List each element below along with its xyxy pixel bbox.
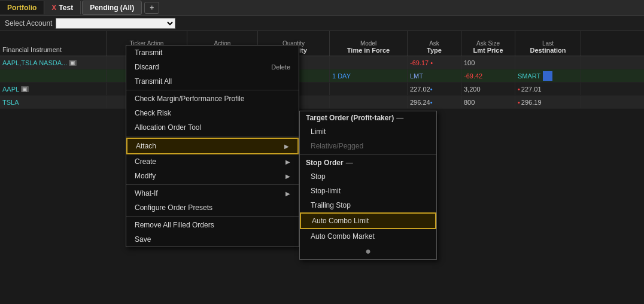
model-tif-header: Model Time in Force <box>330 31 408 56</box>
submenu-relative-pegged: Relative/Pegged <box>300 139 436 153</box>
asksize-cell: 100 <box>461 56 515 69</box>
tab-test-close[interactable]: X <box>51 4 56 12</box>
stop-order-header: Stop Order — <box>300 156 436 169</box>
whatif-arrow: ▶ <box>285 190 290 197</box>
test-label: Test <box>59 4 73 12</box>
fi-cell-aapl: AAPL ▣ <box>0 83 107 95</box>
menu-transmit-all[interactable]: Transmit All <box>126 74 299 89</box>
separator-2 <box>126 136 299 136</box>
ask-bottom-label: Type <box>427 47 442 56</box>
create-arrow: ▶ <box>285 159 290 165</box>
fi-cell: AAPL,TSLA NASDA... ▣ <box>0 56 107 69</box>
attach-arrow: ▶ <box>284 143 289 150</box>
ask-cell: -69.17 • <box>408 56 461 69</box>
ask-cell-buy: LMT <box>408 69 461 82</box>
table-row-tsla: TSLA 296.24 • 800 • 296.19 <box>0 96 644 109</box>
asksize-cell-aapl: 3,200 <box>461 83 515 95</box>
last-bottom-label: Destination <box>530 47 566 56</box>
separator-3 <box>126 184 299 185</box>
ask-header: Ask Type <box>408 31 461 56</box>
last-header: Last Destination <box>515 31 581 56</box>
menu-remove-filled[interactable]: Remove All Filled Orders <box>126 218 299 232</box>
account-select[interactable] <box>56 18 175 29</box>
menu-create[interactable]: Create ▶ <box>126 154 299 169</box>
menu-check-margin[interactable]: Check Margin/Performance Profile <box>126 92 299 106</box>
table-row-buy: BUY -69.24 1 DAY LMT -69.42 SMART <box>0 69 644 83</box>
ask-top-label: Ask <box>429 40 439 47</box>
tif-cell <box>330 56 408 69</box>
menu-whatif[interactable]: What-If ▶ <box>126 186 299 200</box>
tab-portfolio[interactable]: Portfolio <box>0 1 44 14</box>
context-menu: Transmit Discard Delete Transmit All Che… <box>126 45 299 247</box>
fi-cell-buy <box>0 69 107 82</box>
last-cell-aapl: • 227.01 <box>515 83 581 95</box>
attach-submenu: Target Order (Profit-taker) — Limit Rela… <box>299 111 437 260</box>
menu-transmit[interactable]: Transmit <box>126 45 299 60</box>
submenu-bottom-dot: ● <box>300 244 436 259</box>
submenu-auto-combo-limit[interactable]: Auto Combo Limit <box>300 212 436 229</box>
table-row: AAPL,TSLA NASDA... ▣ 100 • -69.24 -69.17… <box>0 56 644 69</box>
asksize-cell-tsla: 800 <box>461 96 515 108</box>
column-headers: Financial Instrument Ticker Action Alloc… <box>0 31 644 56</box>
last-top-label: Last <box>542 40 554 47</box>
menu-save[interactable]: Save <box>126 232 299 247</box>
asksize-cell-buy: -69.42 <box>461 69 515 82</box>
menu-discard[interactable]: Discard Delete <box>126 60 299 74</box>
menu-configure-presets[interactable]: Configure Order Presets <box>126 200 299 215</box>
tif-cell-aapl <box>330 83 408 95</box>
model-top-label: Model <box>360 40 376 47</box>
last-cell <box>515 56 581 69</box>
separator-1 <box>126 90 299 90</box>
menu-attach[interactable]: Attach ▶ <box>126 138 299 154</box>
target-order-header: Target Order (Profit-taker) — <box>300 111 436 124</box>
ask-cell-tsla: 296.24 • <box>408 96 461 108</box>
table-body: AAPL,TSLA NASDA... ▣ 100 • -69.24 -69.17… <box>0 56 644 109</box>
tab-pending[interactable]: Pending (All) <box>82 1 142 15</box>
submenu-limit[interactable]: Limit <box>300 124 436 139</box>
ask-cell-aapl: 227.02 • <box>408 83 461 95</box>
asksize-top-label: Ask Size <box>476 40 500 47</box>
menu-check-risk[interactable]: Check Risk <box>126 106 299 120</box>
menu-allocation-tool[interactable]: Allocation Order Tool <box>126 120 299 135</box>
table-row-aapl: AAPL ▣ 227.02 • 3,200 • 227.01 <box>0 83 644 96</box>
submenu-stop-limit[interactable]: Stop-limit <box>300 184 436 198</box>
tab-test[interactable]: XTest <box>44 1 81 14</box>
modify-arrow: ▶ <box>285 173 290 180</box>
account-label: Select Account <box>5 19 52 28</box>
model-bottom-label: Time in Force <box>347 47 390 56</box>
tab-bar: Portfolio XTest Pending (All) + <box>0 0 644 16</box>
ticker-text: AAPL,TSLA NASDA... <box>2 59 67 66</box>
separator-4 <box>126 216 299 217</box>
submenu-auto-combo-market[interactable]: Auto Combo Market <box>300 229 436 244</box>
tab-add[interactable]: + <box>144 2 159 14</box>
menu-modify[interactable]: Modify ▶ <box>126 169 299 183</box>
portfolio-label: Portfolio <box>7 4 37 12</box>
plus-label: + <box>150 4 154 12</box>
ticker-icon: ▣ <box>69 60 77 66</box>
last-cell-tsla: • 296.19 <box>515 96 581 108</box>
pending-label: Pending (All) <box>90 4 134 12</box>
fi-header-label: Financial Instrument <box>2 46 62 53</box>
asksize-bottom-label: Lmt Price <box>473 47 503 56</box>
ask-size-header: Ask Size Lmt Price <box>461 31 515 56</box>
submenu-trailing-stop[interactable]: Trailing Stop <box>300 198 436 212</box>
account-bar: Select Account <box>0 16 644 31</box>
tif-cell-tsla <box>330 96 408 108</box>
fi-cell-tsla: TSLA <box>0 96 107 108</box>
last-cell-buy: SMART <box>515 69 581 82</box>
submenu-sep-1 <box>300 154 436 155</box>
submenu-stop[interactable]: Stop <box>300 169 436 184</box>
tif-cell-buy: 1 DAY <box>330 69 408 82</box>
fi-header: Financial Instrument <box>0 31 107 56</box>
